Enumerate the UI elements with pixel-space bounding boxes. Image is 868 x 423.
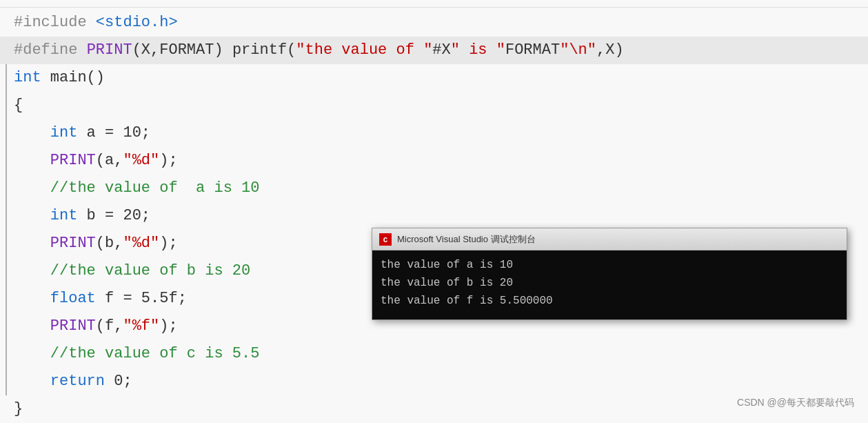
code-f-assign: f = 5.5f; [96,285,187,313]
console-window: C Microsoft Visual Studio 调试控制台 the valu… [372,228,847,320]
console-title: Microsoft Visual Studio 调试控制台 [397,226,536,253]
code-comment-b: //the value of b is 20 [50,257,250,285]
code-return-val: 0; [105,368,132,395]
code-comment-c: //the value of c is 5.5 [50,340,260,368]
code-fmt-f: "%f" [123,313,159,340]
code-print-b: PRINT [50,230,96,257]
code-line-2: #define PRINT(X,FORMAT) printf("the valu… [0,37,868,64]
console-icon: C [379,233,392,246]
code-open-brace: { [14,92,23,119]
code-include-keyword: #include [14,9,96,37]
code-print-a: PRINT [50,147,96,175]
code-line-5: int a = 10; [0,119,868,147]
code-line-1: #include <stdio.h> [0,9,868,37]
code-main-func: main() [41,64,105,92]
code-macro-name: PRINT [87,37,132,64]
console-output-2: the value of b is 20 [381,274,838,292]
code-int-b: int [50,202,78,230]
code-line-3: int main() [0,64,868,92]
code-print-f: PRINT [50,313,96,340]
watermark: CSDN @@每天都要敲代码 [737,388,854,416]
code-b-assign: b = 20; [77,202,150,230]
code-int-a: int [50,119,78,147]
code-line-4: { [0,92,868,119]
code-editor: #include <stdio.h> #define PRINT(X,FORMA… [0,0,868,423]
console-body: the value of a is 10 the value of b is 2… [372,250,847,319]
code-string3: "\n" [560,37,596,64]
code-return: return [50,368,105,395]
code-macro-params: (X,FORMAT) [132,37,232,64]
code-string1: "the value of " [296,37,432,64]
code-int-keyword: int [14,64,41,92]
code-line-7: //the value of a is 10 [0,175,868,202]
code-define-keyword: #define [14,37,87,64]
code-float-f: float [50,285,96,313]
code-line-13: //the value of c is 5.5 [0,340,868,368]
console-output-3: the value of f is 5.500000 [381,292,838,310]
code-close-brace: } [14,395,23,423]
code-string2: " is " [451,37,505,64]
code-fmt-d1: "%d" [123,147,159,175]
code-comment-a: //the value of a is 10 [50,175,260,202]
svg-text:C: C [383,236,388,244]
code-a-assign: a = 10; [77,119,150,147]
code-line-6: PRINT(a,"%d"); [0,147,868,175]
code-include-file: <stdio.h> [96,9,178,37]
code-fmt-d2: "%d" [123,230,159,257]
code-printf: printf [232,37,287,64]
console-output-1: the value of a is 10 [381,256,838,274]
console-titlebar: C Microsoft Visual Studio 调试控制台 [372,228,847,250]
